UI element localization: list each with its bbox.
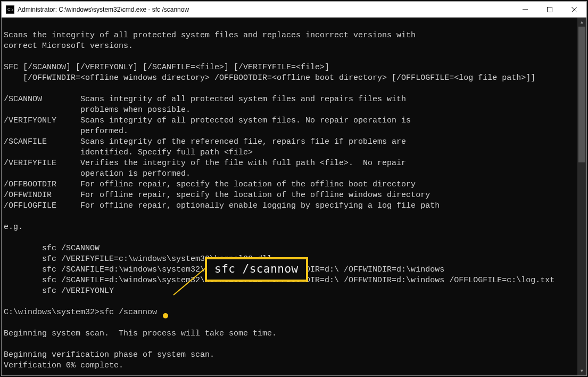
terminal-line: SFC [/SCANNOW] [/VERIFYONLY] [/SCANFILE=…	[4, 63, 329, 72]
scroll-up-arrow-icon[interactable]: ▲	[577, 18, 586, 27]
terminal-output[interactable]: Scans the integrity of all protected sys…	[2, 18, 577, 375]
terminal-line: /VERIFYONLY Scans integrity of all prote…	[4, 116, 411, 125]
window-title: Administrator: C:\windows\system32\cmd.e…	[18, 6, 513, 13]
terminal-line: Beginning verification phase of system s…	[4, 350, 214, 359]
terminal-line: sfc /VERIFYONLY	[4, 286, 114, 296]
svg-rect-1	[548, 7, 552, 12]
terminal-line: sfc /SCANNOW	[4, 244, 100, 253]
close-button[interactable]	[562, 2, 586, 18]
command-prompt-window: C:\ Administrator: C:\windows\system32\c…	[1, 1, 587, 376]
cmd-icon: C:\	[6, 5, 14, 14]
terminal-line: Scans the integrity of all protected sys…	[4, 31, 416, 40]
terminal-line: identified. Specify full path <file>	[4, 148, 253, 157]
terminal-line: /OFFBOOTDIR For offline repair, specify …	[4, 180, 416, 189]
terminal-line: [/OFFWINDIR=<offline windows directory> …	[4, 73, 535, 83]
terminal-line: e.g.	[4, 223, 23, 232]
terminal-line: /SCANFILE Scans integrity of the referen…	[4, 137, 406, 146]
callout-dot	[163, 313, 168, 318]
scroll-down-arrow-icon[interactable]: ▼	[577, 366, 586, 375]
maximize-button[interactable]	[537, 2, 562, 18]
minimize-icon	[523, 7, 528, 12]
terminal-line: /OFFLOGFILE For offline repair, optional…	[4, 201, 440, 210]
maximize-icon	[547, 7, 552, 12]
callout-text: sfc /scannow	[214, 263, 299, 275]
terminal-line: /OFFWINDIR For offline repair, specify t…	[4, 191, 430, 200]
terminal-line: Beginning system scan. This process will…	[4, 329, 277, 338]
titlebar[interactable]: C:\ Administrator: C:\windows\system32\c…	[2, 2, 586, 18]
scroll-thumb[interactable]	[578, 27, 585, 162]
close-icon	[572, 7, 577, 12]
terminal-line: correct Microsoft versions.	[4, 42, 133, 51]
terminal-line: performed.	[4, 127, 128, 136]
content-area: Scans the integrity of all protected sys…	[2, 18, 586, 375]
scroll-track[interactable]	[577, 27, 586, 366]
terminal-line: C:\windows\system32>sfc /scannow	[4, 308, 157, 317]
terminal-line: /VERIFYFILE Verifies the integrity of th…	[4, 159, 406, 168]
minimize-button[interactable]	[513, 2, 537, 18]
terminal-line: operation is performed.	[4, 169, 191, 178]
terminal-line: /SCANNOW Scans integrity of all protecte…	[4, 95, 406, 104]
terminal-line: Verification 0% complete.	[4, 361, 123, 370]
callout-box: sfc /scannow	[205, 257, 308, 282]
vertical-scrollbar[interactable]: ▲ ▼	[577, 18, 586, 375]
terminal-line: problems when possible.	[4, 105, 191, 114]
